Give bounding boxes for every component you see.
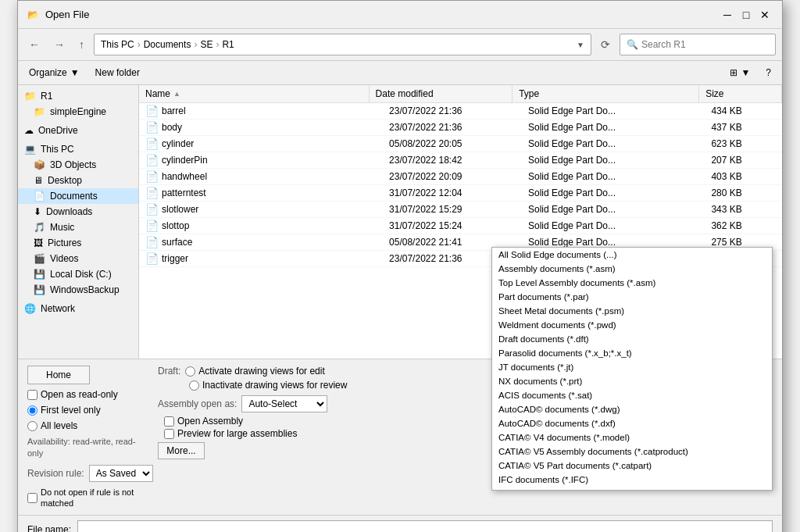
home-button[interactable]: Home (27, 366, 90, 384)
column-header-date[interactable]: Date modified (370, 85, 513, 102)
table-row[interactable]: 📄 patterntest 31/07/2022 12:04 Solid Edg… (139, 185, 782, 202)
file-type-cell: Solid Edge Part Do... (522, 220, 705, 231)
file-size-cell: 434 KB (705, 105, 782, 116)
up-button[interactable]: ↑ (74, 36, 89, 53)
table-row[interactable]: 📄 body 23/07/2022 21:36 Solid Edge Part … (139, 120, 782, 136)
bottom-left: Home Open as read-only First level only … (27, 366, 148, 509)
file-icon: 📄 (145, 220, 159, 232)
sidebar-item-simpleengine[interactable]: 📁 simpleEngine (18, 104, 138, 120)
table-row[interactable]: 📄 slottop 31/07/2022 15:24 Solid Edge Pa… (139, 218, 782, 234)
sidebar-item-onedrive[interactable]: ☁ OneDrive (18, 123, 138, 138)
file-name-input[interactable] (77, 520, 773, 532)
sidebar-item-windowsbackup[interactable]: 💾 WindowsBackup (18, 282, 138, 298)
sidebar-item-thispc[interactable]: 💻 This PC (18, 141, 138, 157)
first-level-radio[interactable] (27, 405, 38, 416)
sidebar-item-videos[interactable]: 🎬 Videos (18, 251, 138, 266)
open-readonly-label[interactable]: Open as read-only (27, 389, 148, 400)
sidebar-item-desktop[interactable]: 🖥 Desktop (18, 173, 138, 188)
dropdown-item[interactable]: Part documents (*.par) (492, 290, 772, 304)
sidebar-item-downloads[interactable]: ⬇ Downloads (18, 204, 138, 220)
refresh-button[interactable]: ⟳ (596, 36, 615, 53)
assembly-open-select[interactable]: Auto-Select (241, 395, 327, 412)
dropdown-item[interactable]: IGES documents (*.iges;*.igs) (492, 487, 772, 491)
sidebar-item-music[interactable]: 🎵 Music (18, 220, 138, 235)
preview-large-checkbox[interactable] (164, 429, 174, 439)
sidebar-label-onedrive: OneDrive (38, 125, 78, 136)
help-button[interactable]: ? (761, 64, 776, 81)
draft-label: Draft: (158, 366, 180, 377)
activate-views-label[interactable]: Activate drawing views for edit (185, 366, 324, 377)
breadcrumb-dropdown-button[interactable]: ▼ (577, 41, 584, 49)
dropdown-item[interactable]: Top Level Assembly documents (*.asm) (492, 276, 772, 290)
open-file-dialog: 📂 Open File ─ □ ✕ ← → ↑ This PC › Docume… (17, 0, 783, 532)
open-assembly-checkbox[interactable] (164, 416, 174, 427)
dropdown-item[interactable]: Assembly documents (*.asm) (492, 262, 772, 276)
search-box: 🔍 (620, 34, 776, 55)
dropdown-item[interactable]: Draft documents (*.dft) (492, 332, 772, 346)
sidebar-item-pictures[interactable]: 🖼 Pictures (18, 235, 138, 251)
sidebar-item-localdisk[interactable]: 💾 Local Disk (C:) (18, 266, 138, 282)
file-date-cell: 23/07/2022 21:36 (383, 122, 522, 133)
drive-icon: 💾 (34, 269, 45, 280)
file-icon: 📄 (145, 105, 159, 117)
column-header-size[interactable]: Size (699, 85, 782, 102)
search-input[interactable] (641, 39, 769, 50)
sidebar-label-windowsbackup: WindowsBackup (50, 284, 120, 295)
more-button[interactable]: More... (158, 442, 205, 459)
dropdown-item[interactable]: Weldment documents (*.pwd) (492, 318, 772, 332)
column-header-name[interactable]: Name ▲ (139, 85, 370, 102)
back-button[interactable]: ← (24, 36, 45, 53)
table-row[interactable]: 📄 cylinder 05/08/2022 20:05 Solid Edge P… (139, 136, 782, 152)
network-icon: 🌐 (24, 303, 36, 314)
folder-icon: 🎵 (34, 222, 45, 233)
file-size-cell: 403 KB (705, 171, 782, 182)
dropdown-item[interactable]: NX documents (*.prt) (492, 374, 772, 388)
table-row[interactable]: 📄 handwheel 23/07/2022 20:09 Solid Edge … (139, 169, 782, 185)
dropdown-item[interactable]: JT documents (*.jt) (492, 360, 772, 374)
dropdown-item[interactable]: IFC documents (*.IFC) (492, 473, 772, 487)
revision-select[interactable]: As Saved (89, 465, 153, 482)
sidebar-item-3dobjects[interactable]: 📦 3D Objects (18, 157, 138, 173)
sidebar-item-r1[interactable]: 📁 R1 (18, 88, 138, 104)
donot-open-checkbox[interactable] (27, 493, 38, 503)
title-bar-controls: ─ □ ✕ (720, 7, 773, 23)
all-levels-radio[interactable] (27, 421, 38, 431)
dropdown-item[interactable]: CATIA© V4 documents (*.model) (492, 430, 772, 445)
sidebar-item-network[interactable]: 🌐 Network (18, 301, 138, 316)
file-name-row: File name: (18, 515, 782, 532)
maximize-button[interactable]: □ (738, 7, 754, 23)
file-name-cell: trigger (162, 253, 383, 264)
dropdown-item[interactable]: AutoCAD© documents (*.dxf) (492, 416, 772, 430)
dropdown-item[interactable]: CATIA© V5 Assembly documents (*.catprodu… (492, 445, 772, 459)
dropdown-item[interactable]: CATIA© V5 Part documents (*.catpart) (492, 459, 772, 473)
organize-button[interactable]: Organize ▼ (24, 64, 84, 81)
new-folder-button[interactable]: New folder (91, 64, 145, 81)
table-row[interactable]: 📄 barrel 23/07/2022 21:36 Solid Edge Par… (139, 103, 782, 120)
col-date-label: Date modified (376, 88, 434, 99)
title-bar-icon: 📂 (27, 9, 39, 20)
table-row[interactable]: 📄 cylinderPin 23/07/2022 18:42 Solid Edg… (139, 152, 782, 169)
sidebar-item-documents[interactable]: 📄 Documents (18, 188, 138, 204)
dropdown-item[interactable]: Sheet Metal documents (*.psm) (492, 304, 772, 318)
minimize-button[interactable]: ─ (720, 7, 735, 23)
folder-icon: 🖥 (34, 175, 43, 186)
dropdown-item[interactable]: AutoCAD© documents (*.dwg) (492, 402, 772, 416)
dropdown-item[interactable]: ACIS documents (*.sat) (492, 388, 772, 402)
column-header-type[interactable]: Type (512, 85, 699, 102)
sidebar-label-videos: Videos (50, 253, 78, 264)
first-level-label[interactable]: First level only (27, 405, 148, 416)
dropdown-item[interactable]: All Solid Edge documents (...) (492, 248, 772, 262)
onedrive-icon: ☁ (24, 125, 34, 136)
all-levels-label[interactable]: All levels (27, 420, 148, 431)
forward-button[interactable]: → (49, 36, 70, 53)
dropdown-item[interactable]: Parasolid documents (*.x_b;*.x_t) (492, 346, 772, 360)
table-row[interactable]: 📄 slotlower 31/07/2022 15:29 Solid Edge … (139, 202, 782, 218)
inactivate-views-radio[interactable] (189, 380, 199, 391)
activate-views-radio[interactable] (185, 366, 195, 377)
breadcrumb[interactable]: This PC › Documents › SE › R1 ▼ (94, 34, 591, 55)
close-button[interactable]: ✕ (757, 7, 773, 23)
donot-open-label[interactable]: Do not open if rule is not matched (27, 487, 148, 509)
open-readonly-checkbox[interactable] (27, 390, 38, 400)
file-icon: 📄 (145, 252, 159, 265)
view-options-button[interactable]: ⊞ ▼ (725, 64, 755, 81)
